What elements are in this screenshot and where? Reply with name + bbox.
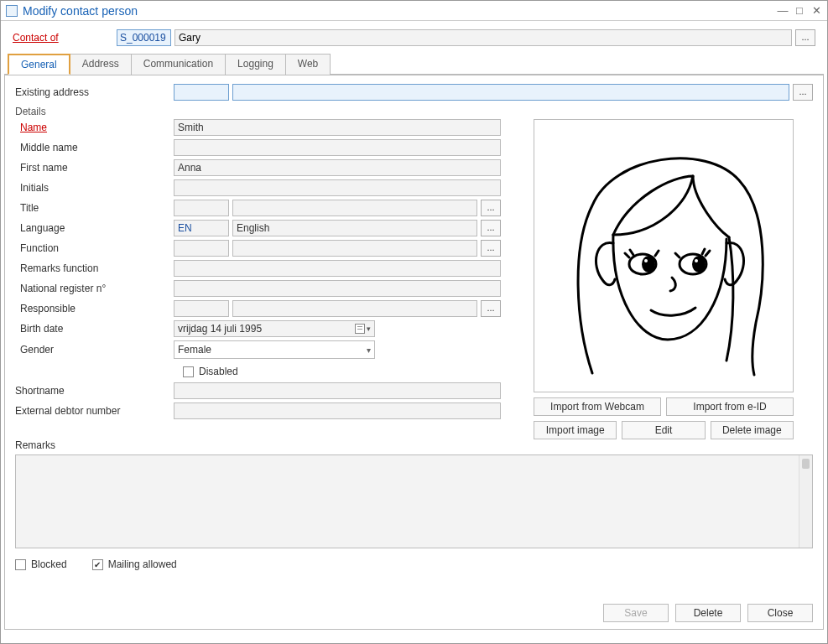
tab-general[interactable]: General (8, 54, 70, 75)
title-lookup-button[interactable]: ... (481, 200, 501, 216)
birth-date-picker[interactable]: vrijdag 14 juli 1995 ▾ (174, 320, 375, 337)
contact-photo (534, 119, 794, 392)
contact-of-name-input[interactable] (174, 29, 792, 46)
birth-date-label: Birth date (20, 323, 170, 335)
svg-point-4 (692, 256, 706, 273)
first-name-label: First name (20, 162, 170, 174)
calendar-icon (355, 324, 365, 334)
tabs: General Address Communication Logging We… (4, 53, 824, 75)
details-section-label: Details (15, 106, 813, 117)
title-code-input[interactable] (174, 200, 229, 216)
tab-logging[interactable]: Logging (225, 54, 286, 75)
middle-name-label: Middle name (20, 142, 170, 153)
disabled-checkbox[interactable] (183, 366, 194, 377)
import-image-button[interactable]: Import image (534, 421, 617, 439)
language-lookup-button[interactable]: ... (481, 220, 501, 236)
disabled-label: Disabled (199, 366, 238, 377)
national-register-input[interactable] (174, 280, 501, 297)
close-button[interactable]: Close (747, 604, 813, 622)
name-input[interactable] (174, 119, 501, 136)
function-text-input[interactable] (232, 240, 477, 257)
chevron-down-icon: ▾ (367, 345, 371, 355)
ext-debtor-label: External debtor number (15, 405, 170, 417)
close-window-button[interactable]: ✕ (810, 4, 822, 17)
responsible-text-input[interactable] (232, 300, 477, 317)
responsible-code-input[interactable] (174, 300, 229, 317)
name-label[interactable]: Name (20, 122, 170, 133)
window-title: Modify contact person (23, 4, 777, 18)
contact-of-code-input[interactable] (117, 29, 171, 46)
shortname-label: Shortname (15, 385, 170, 397)
existing-address-lookup-button[interactable]: ... (793, 84, 813, 101)
function-lookup-button[interactable]: ... (481, 240, 501, 257)
import-webcam-button[interactable]: Import from Webcam (534, 397, 661, 416)
remarks-label: Remarks (15, 439, 170, 451)
chevron-down-icon: ▾ (367, 325, 371, 333)
delete-image-button[interactable]: Delete image (711, 421, 794, 439)
scroll-thumb[interactable] (802, 459, 810, 469)
contact-of-label[interactable]: Contact of (13, 32, 113, 44)
responsible-label: Responsible (20, 303, 170, 314)
initials-input[interactable] (174, 179, 501, 196)
scrollbar[interactable] (799, 455, 812, 548)
language-label: Language (20, 222, 170, 234)
birth-date-value: vrijdag 14 juli 1995 (178, 323, 262, 335)
first-name-input[interactable] (174, 159, 501, 176)
svg-point-5 (695, 259, 698, 262)
gender-label: Gender (20, 344, 170, 356)
delete-button[interactable]: Delete (675, 604, 741, 622)
function-label: Function (20, 242, 170, 254)
remarks-textarea[interactable] (15, 454, 813, 548)
initials-label: Initials (20, 182, 170, 194)
remarks-function-label: Remarks function (20, 262, 170, 274)
title-text-input[interactable] (232, 200, 477, 216)
gender-select[interactable]: Female ▾ (174, 340, 375, 359)
title-label: Title (20, 202, 170, 214)
ext-debtor-input[interactable] (174, 402, 501, 419)
tab-communication[interactable]: Communication (131, 54, 226, 75)
existing-address-code-input[interactable] (174, 84, 229, 101)
existing-address-label: Existing address (15, 86, 170, 98)
titlebar: Modify contact person — □ ✕ (1, 1, 827, 21)
svg-point-1 (642, 256, 655, 273)
responsible-lookup-button[interactable]: ... (481, 300, 501, 317)
tab-address[interactable]: Address (70, 54, 132, 75)
app-icon (6, 5, 18, 17)
blocked-checkbox[interactable] (15, 559, 26, 570)
remarks-function-input[interactable] (174, 260, 501, 277)
general-panel: Existing address ... Details Name Middle… (4, 75, 824, 630)
gender-value: Female (178, 344, 211, 356)
import-eid-button[interactable]: Import from e-ID (666, 397, 794, 416)
shortname-input[interactable] (174, 382, 501, 399)
national-register-label: National register n° (20, 283, 170, 294)
save-button[interactable]: Save (603, 604, 669, 622)
mailing-allowed-label: Mailing allowed (108, 558, 177, 570)
function-code-input[interactable] (174, 240, 229, 257)
mailing-allowed-checkbox[interactable]: ✔ (92, 559, 103, 570)
blocked-label: Blocked (31, 558, 67, 570)
svg-point-2 (644, 259, 648, 262)
language-code-input[interactable] (174, 220, 229, 236)
minimize-button[interactable]: — (777, 4, 789, 17)
maximize-button[interactable]: □ (794, 4, 805, 17)
existing-address-text-input[interactable] (232, 84, 789, 101)
language-text-input[interactable] (232, 220, 477, 236)
contact-of-lookup-button[interactable]: ... (795, 29, 815, 46)
tab-web[interactable]: Web (285, 54, 331, 75)
edit-image-button[interactable]: Edit (622, 421, 705, 439)
middle-name-input[interactable] (174, 139, 501, 156)
